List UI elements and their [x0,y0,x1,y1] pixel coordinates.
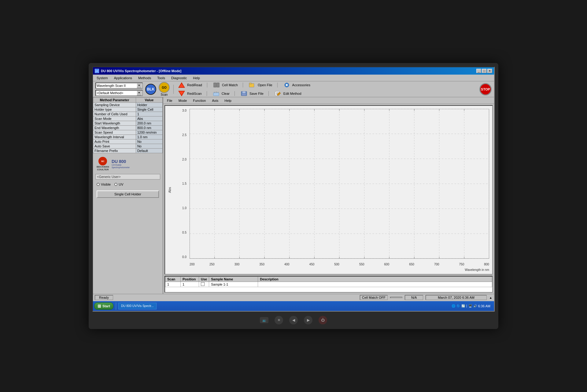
param-row: Filename PrefixDefault [93,149,163,153]
param-value: Abs [136,116,162,121]
param-row: Auto PrintNo [93,139,163,144]
x-tick-350: 350 [259,263,264,266]
clear-button[interactable]: Clear [212,90,230,97]
svg-rect-5 [249,83,252,84]
x-tick-500: 500 [334,263,339,266]
chart-menu-help[interactable]: Help [222,98,234,103]
param-value: Single Cell [136,107,162,112]
radio-uv[interactable]: UV [114,183,123,186]
data-table-area: Scan Position Use Sample Name Descriptio… [164,276,493,293]
du800-label: DU 800 [112,159,130,164]
user-label: <Generic User> [95,174,160,179]
menu-diagnostic[interactable]: Diagnostic [169,76,189,80]
param-name: Auto Save [93,144,136,149]
menu-methods[interactable]: Methods [136,76,153,80]
minimize-button[interactable]: _ [476,69,481,73]
menu-system[interactable]: System [94,76,110,80]
hw-power[interactable]: ⏻ [319,316,327,324]
radio-visible[interactable]: Visible [97,183,111,186]
th-use: Use [199,276,209,282]
x-tick-650: 650 [409,263,414,266]
param-row: Scan Speed1200 nm/min [93,130,163,135]
default-method-dropdown-arrow[interactable]: ▼ [137,91,142,95]
beckman-logo-circle: BC [98,157,107,165]
param-name: Sampling Device [93,103,136,107]
rediscan-button[interactable]: RediScan [177,90,202,97]
sep5 [207,91,207,96]
svg-rect-16 [242,94,246,95]
open-file-button[interactable]: Open File [248,81,272,89]
hw-brightness[interactable]: ☀ [275,316,283,324]
svg-point-7 [286,84,288,86]
start-button[interactable]: ⊞ Start [94,302,113,310]
default-method-dropdown[interactable]: <Default Method> ▼ [95,90,143,96]
chart-menu-file[interactable]: File [164,98,175,103]
menu-bar: System Applications Methods Tools Diagno… [93,75,494,81]
accessories-button[interactable]: Accessories [282,81,310,89]
svg-rect-3 [217,83,219,87]
param-name: Auto Print [93,139,136,144]
menu-applications[interactable]: Applications [112,76,135,80]
stop-button[interactable]: STOP [479,83,492,95]
param-value: 800.0 nm [136,126,162,130]
taskbar-window-btn[interactable]: DU 800 UV/Vis Spectr... [118,303,157,309]
chart-menu-function[interactable]: Function [190,98,208,103]
hw-right[interactable]: ▶ [304,316,312,324]
param-value: No [136,144,162,149]
param-row: Holder typeSingle Cell [93,107,163,112]
hw-left[interactable]: ◀ [289,316,298,324]
brand-area: BC BECKMAN COULTER DU 800 UV/Visible Spe… [95,156,160,172]
param-row: End Wavelength800.0 nm [93,126,163,130]
param-name: Wavelength Interval [93,135,136,139]
param-col-header: Method Parameter [93,98,136,103]
menu-tools[interactable]: Tools [155,76,168,80]
taskbar-icon-refresh[interactable]: 🔄 [461,304,465,308]
menu-help[interactable]: Help [190,76,202,80]
method-dropdown[interactable]: Wavelength Scan II ▼ [95,83,143,89]
svg-rect-15 [242,91,246,93]
status-cell-match: Cell Match OFF [360,295,388,300]
x-tick-300: 300 [234,263,240,266]
edit-method-button[interactable]: Edit Method [274,90,301,97]
taskbar-icon-browser[interactable]: 🌐 [452,304,455,308]
rediread-button[interactable]: RediRead [177,81,202,89]
x-tick-700: 700 [434,263,439,266]
cell-scan: 1 [165,282,181,287]
chart-menu-mode[interactable]: Mode [176,98,190,103]
x-tick-400: 400 [284,263,290,266]
maximize-button[interactable]: □ [482,69,487,73]
param-value: Default [136,149,162,153]
save-file-button[interactable]: Save File [240,90,264,97]
th-sample-name: Sample Name [209,276,258,282]
param-name: Scan Speed [93,130,136,135]
app-icon: UV [95,69,99,73]
scan-label: Scan [161,93,168,96]
single-cell-holder-button[interactable]: Single Cell Holder [97,190,159,198]
sep3 [243,83,243,87]
taskbar-icon-ie[interactable]: 🔵 [456,304,460,308]
param-row: Auto SaveNo [93,144,163,149]
chart-area: Abs 3.0 2.5 2.0 1.5 1.0 0.5 0.0 [164,105,493,275]
cell-position: 1 [181,282,199,287]
method-dropdown-arrow[interactable]: ▼ [137,83,142,88]
close-button[interactable]: ✕ [487,69,492,73]
param-value: 1.0 nm [136,135,162,139]
blk-button[interactable]: BLK [145,84,156,95]
hw-power-rect[interactable]: 📺 [260,317,268,323]
param-row: Scan ModeAbs [93,116,163,121]
data-table: Scan Position Use Sample Name Descriptio… [165,276,492,287]
cell-match-button[interactable]: Cell Match [212,81,238,89]
title-bar: UV DU 800 UV/Vis Spectrophotometer - [Of… [93,67,494,75]
y-tick-20: 2.0 [177,158,186,161]
cell-description [258,282,492,287]
chart-menu-axis[interactable]: Axis [209,98,221,103]
status-na: N/A [405,295,423,300]
status-bar: Ready Cell Match OFF N/A March 07, 2020 … [93,294,494,301]
table-row: 1 1 Sample 1-1 [165,282,492,287]
taskbar-icon-volume: 🔊 [473,304,477,308]
toolbar: Wavelength Scan II ▼ <Default Method> ▼ … [93,81,494,97]
param-name: End Wavelength [93,126,136,130]
sep2 [207,83,207,87]
x-tick-600: 600 [384,263,389,266]
go-button[interactable]: GO [159,82,170,93]
